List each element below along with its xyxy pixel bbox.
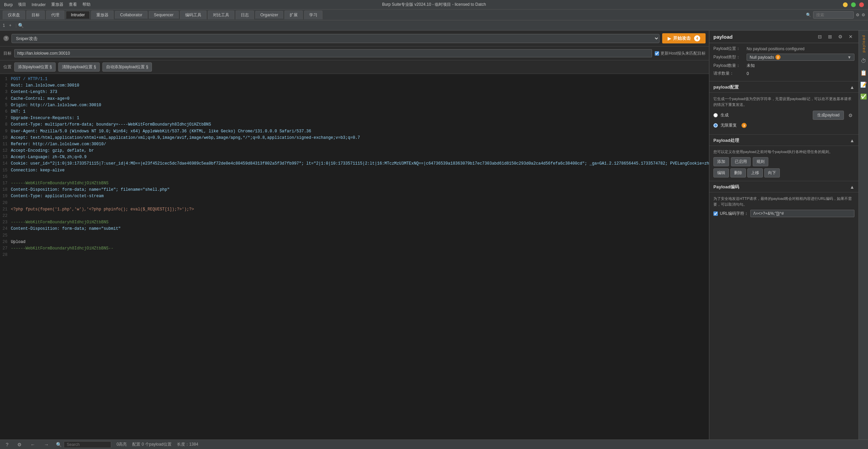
start-attack-button[interactable]: ▶ 开始攻击 4 <box>662 33 706 43</box>
table-row: 20 <box>0 200 709 206</box>
proc-up-button[interactable]: 上移 <box>747 168 763 177</box>
line-content: Origin: http://lan.lololowe.com:30010 <box>11 102 101 109</box>
status-settings-button[interactable]: ⚙ <box>16 441 23 448</box>
table-row: 1POST / HTTP/1.1 <box>0 76 709 82</box>
generate-payload-button[interactable]: 生成payload <box>813 111 844 120</box>
menu-intruder[interactable]: Intruder <box>32 2 45 7</box>
close-button[interactable] <box>859 2 864 7</box>
radio-generate-input[interactable] <box>713 113 718 117</box>
clear-payload-position-button[interactable]: 清除payload位置 § <box>58 62 100 72</box>
table-row: 19Content-Type: application/octet-stream <box>0 193 709 200</box>
panel-close-button[interactable]: ✕ <box>847 33 854 40</box>
line-number: 18 <box>0 187 11 193</box>
payload-config-header: payload配置 ▲ <box>709 81 859 93</box>
proc-add-button[interactable]: 添加 <box>713 157 729 166</box>
line-number: 28 <box>0 252 11 258</box>
timer-sidebar-icon[interactable]: ⏱ <box>860 57 868 66</box>
menu-help[interactable]: 帮助 <box>82 2 91 7</box>
payload-type-select[interactable]: Null payloads 2 ▼ <box>747 54 854 61</box>
tab-target[interactable]: 目标 <box>26 11 45 19</box>
auto-payload-position-button[interactable]: 自动添加payload位置 § <box>102 62 152 72</box>
maximize-button[interactable] <box>851 2 856 7</box>
menu-burp[interactable]: Burp <box>4 2 13 7</box>
url-encode-label: URL编码字符： <box>720 211 748 217</box>
encode-chars-input[interactable] <box>750 210 854 217</box>
tab-compare[interactable]: 对比工具 <box>208 11 234 19</box>
right-panel: payload ⊟ ⊞ ⚙ ✕ Payload位置： No payload po… <box>709 31 859 439</box>
add-tab-button[interactable]: + <box>6 22 14 29</box>
line-content: ------WebKitFormBoundaryh8IdhcjOiHZtbBNS… <box>11 245 113 252</box>
check-sidebar-icon[interactable]: ✅ <box>859 92 868 101</box>
payload-processing-toggle[interactable]: ▲ <box>850 138 854 143</box>
tab-logger[interactable]: 日志 <box>236 11 254 19</box>
tab-organizer[interactable]: Organizer <box>255 11 283 19</box>
menu-repeater[interactable]: 重放器 <box>51 2 63 7</box>
line-number: 4 <box>0 96 11 102</box>
url-encode-checkbox[interactable] <box>713 211 718 216</box>
payload-encoding-toggle[interactable]: ▲ <box>850 184 854 190</box>
nav-back-button[interactable]: ← <box>29 441 37 448</box>
payload-position-row: Payload位置： No payload positions configur… <box>713 46 854 52</box>
line-number: 9 <box>0 128 11 135</box>
line-content: Upload <box>11 239 25 245</box>
payload-config-body: 它生成一个payload值为空的字符串，无需设置payload标记，可以在不更改… <box>709 93 859 135</box>
minimize-button[interactable] <box>843 2 848 7</box>
generate-settings-button[interactable]: ⚙ <box>847 112 854 119</box>
position-label: 位置 <box>3 64 12 70</box>
menu-view[interactable]: 查看 <box>69 2 77 7</box>
proc-down-button[interactable]: 向下 <box>764 168 780 177</box>
tab-extensions[interactable]: 扩展 <box>284 11 303 19</box>
toolbar-search-input[interactable] <box>813 11 854 19</box>
panel-settings-button[interactable]: ⚙ <box>836 33 844 40</box>
payload-sidebar-icon[interactable]: payload <box>860 33 867 54</box>
radio-infinite-input[interactable] <box>713 123 718 128</box>
help-icon[interactable]: ? <box>3 36 9 41</box>
tab-proxy[interactable]: 代理 <box>46 11 64 19</box>
status-search-input[interactable] <box>64 441 111 448</box>
status-positions: 配置 0 个payload位置 <box>132 442 171 447</box>
request-count-row: 请求数量： 0 <box>713 71 854 76</box>
status-search: 🔍 <box>56 441 111 448</box>
tab-decoder[interactable]: 编码工具 <box>180 11 206 19</box>
table-row: 21<?php fputs(fopen('1.php','w'),'<?php … <box>0 206 709 213</box>
line-number: 14 <box>0 161 11 167</box>
proc-enabled-button[interactable]: 已启用 <box>731 157 751 166</box>
target-url-input[interactable] <box>14 49 652 57</box>
line-content: Cache-Control: max-age=0 <box>11 96 70 102</box>
proc-delete-button[interactable]: 删除 <box>730 168 746 177</box>
payload-processing-title: Payload处理 <box>713 137 739 144</box>
status-help-button[interactable]: ? <box>4 441 10 448</box>
notes-sidebar-icon[interactable]: 📝 <box>859 80 868 89</box>
payload-position-value: No payload positions configured <box>747 46 854 51</box>
table-row: 2Host: lan.lololowe.com:30010 <box>0 82 709 89</box>
proc-edit-button[interactable]: 编辑 <box>713 168 729 177</box>
attack-type-select[interactable]: Sniper攻击 Battering ram攻击 Pitchfork攻击 Clu… <box>12 34 659 43</box>
update-host-text: 更新Host报头来匹配目标 <box>660 51 706 56</box>
update-host-checkbox[interactable] <box>655 51 659 56</box>
settings-icon[interactable]: ⚙ <box>856 13 860 17</box>
tab-intruder[interactable]: Intruder <box>66 11 90 19</box>
tab-repeater[interactable]: 重放器 <box>91 11 114 19</box>
proc-rule-button[interactable]: 规则 <box>753 157 768 166</box>
settings-icon2[interactable]: ⚙ <box>862 13 865 17</box>
payload-count-row: Payload数量： 未知 <box>713 63 854 69</box>
payload-count-label: Payload数量： <box>713 63 744 69</box>
panel-layout1-button[interactable]: ⊟ <box>816 33 824 40</box>
line-number: 12 <box>0 148 11 154</box>
panel-layout2-button[interactable]: ⊞ <box>826 33 834 40</box>
payload-config-desc: 它生成一个payload值为空的字符串，无需设置payload标记，可以在不更改… <box>713 96 854 107</box>
tab-sequencer[interactable]: Sequencer <box>149 11 179 19</box>
history-sidebar-icon[interactable]: 📋 <box>859 68 868 77</box>
nav-forward-button[interactable]: → <box>42 441 51 448</box>
tab-dashboard[interactable]: 仪表盘 <box>3 11 25 19</box>
add-payload-position-button[interactable]: 添加payload位置 § <box>14 62 56 72</box>
menu-project[interactable]: 项目 <box>18 2 26 7</box>
line-content: Content-Disposition: form-data; name="fi… <box>11 187 170 193</box>
table-row: 4Cache-Control: max-age=0 <box>0 96 709 102</box>
tab-collaborator[interactable]: Collaborator <box>115 11 147 19</box>
line-number: 27 <box>0 245 11 252</box>
payload-encoding-body: 为了安全地发送HTTP请求，最终的payload将会对框框内容进行URL编码，如… <box>709 192 859 221</box>
payload-config-toggle[interactable]: ▲ <box>850 85 854 90</box>
tab-learn[interactable]: 学习 <box>304 11 322 19</box>
line-content: Referer: http://lan.lololowe.com:30010/ <box>11 141 106 148</box>
